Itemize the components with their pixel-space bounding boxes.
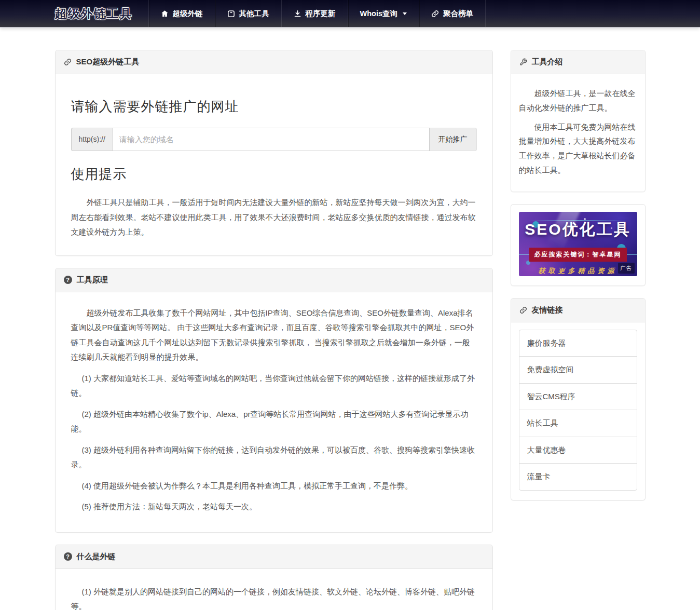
tool-intro-p1: 超级外链工具，是一款在线全自动化发外链的推广工具。 (519, 86, 637, 115)
list-item: 免费虚拟空间 (519, 356, 637, 384)
link-icon (431, 10, 439, 18)
nav-item-other-tools[interactable]: 其他工具 (215, 0, 281, 27)
panel-title: 工具原理 (77, 275, 108, 285)
question-icon: ? (64, 552, 72, 561)
banner-subtitle: 必应搜索关键词：智卓星网 (529, 248, 627, 262)
nav-item-label: 超级外链 (173, 9, 203, 19)
banner-tagline: 获取更多精品资源 (539, 265, 617, 276)
nav-item-label: 聚合榜单 (443, 9, 473, 19)
download-icon (294, 10, 301, 18)
top-navbar: 超级外链工具 超级外链 其他工具 (0, 0, 700, 28)
what-is-backlink-panel: ? 什么是外链 (1) 外链就是别人的网站链接到自己的网站的一个链接，例如友情链… (55, 545, 493, 610)
wrench-icon (519, 58, 527, 66)
friend-link-free-hosting[interactable]: 免费虚拟空间 (519, 357, 637, 383)
link-icon (519, 306, 527, 314)
start-promotion-button[interactable]: 开始推广 (430, 128, 477, 151)
nav-item-program-update[interactable]: 程序更新 (281, 0, 348, 27)
friend-links-panel: 友情链接 廉价服务器 免费虚拟空间 智云CMS程序 站长工具 大量优惠卷 流量卡 (511, 298, 646, 500)
nav-item-label: Whois查询 (360, 9, 398, 19)
friend-link-data-card[interactable]: 流量卡 (519, 464, 637, 490)
nav-item-label: 程序更新 (306, 9, 336, 19)
list-item: 智云CMS程序 (519, 383, 637, 411)
list-item: 廉价服务器 (519, 330, 637, 357)
tool-intro-p2: 使用本工具可免费为网站在线批量增加外链，大大提高外链发布工作效率，是广大草根站长… (519, 120, 637, 178)
tool-intro-panel-header: 工具介绍 (511, 50, 645, 74)
principle-item: (1) 大家都知道站长工具、爱站等查询域名的网站吧，当你查询过他就会留下你的网站… (71, 371, 477, 401)
friend-link-coupons[interactable]: 大量优惠卷 (519, 437, 637, 464)
usage-tips-text: 外链工具只是辅助工具，一般适用于短时间内无法建设大量外链的新站，新站应坚持每天做… (71, 195, 477, 240)
apps-icon (227, 10, 235, 18)
url-input-heading: 请输入需要外链推广的网址 (71, 94, 477, 119)
principle-item: (3) 超级外链利用各种查询网站留下你的链接，达到自动发外链的效果，可以被百度、… (71, 443, 477, 472)
tool-principle-panel: ? 工具原理 超级外链发布工具收集了数千个网站网址，其中包括IP查询、SEO综合… (55, 268, 493, 533)
usage-tips-heading: 使用提示 (71, 161, 477, 187)
what-is-backlink-panel-header: ? 什么是外链 (56, 545, 492, 569)
nav-menu: 超级外链 其他工具 程序更新 Whois查询 (148, 0, 486, 27)
seo-tool-panel-header: SEO超级外链工具 (56, 50, 492, 74)
link-icon (64, 58, 72, 66)
ad-label-badge: 广告 (618, 263, 635, 274)
question-icon: ? (64, 276, 72, 284)
banner-decor-line (519, 254, 529, 255)
caret-down-icon (403, 12, 407, 15)
principle-intro: 超级外链发布工具收集了数千个网站网址，其中包括IP查询、SEO综合信息查询、SE… (71, 306, 477, 365)
friend-link-zhiyun-cms[interactable]: 智云CMS程序 (519, 384, 637, 410)
url-input-group: http(s):// 开始推广 (71, 128, 477, 151)
what-is-item: (1) 外链就是别人的网站链接到自己的网站的一个链接，例如友情链接、软文外链、论… (71, 585, 477, 610)
principle-item: (5) 推荐使用方法：新站每天两次，老站每天一次。 (71, 499, 477, 514)
friend-link-webmaster-tools[interactable]: 站长工具 (519, 410, 637, 437)
list-item: 站长工具 (519, 410, 637, 437)
panel-title: 友情链接 (532, 305, 563, 315)
list-item: 流量卡 (519, 463, 637, 491)
home-icon (161, 10, 169, 18)
banner-title: SEO优化工具 (525, 214, 630, 244)
nav-item-rank-list[interactable]: 聚合榜单 (419, 0, 486, 27)
brand-logo[interactable]: 超级外链工具 (55, 0, 148, 27)
list-item: 大量优惠卷 (519, 437, 637, 464)
friend-links-list: 廉价服务器 免费虚拟空间 智云CMS程序 站长工具 大量优惠卷 流量卡 (519, 330, 637, 491)
nav-item-whois-dropdown[interactable]: Whois查询 (348, 0, 419, 27)
seo-tool-ad-banner[interactable]: SEO优化工具 必应搜索关键词：智卓星网 获取更多精品资源 广告 (519, 212, 637, 276)
banner-subtitle-row: 必应搜索关键词：智卓星网 (519, 248, 637, 262)
friend-link-cheap-server[interactable]: 廉价服务器 (519, 330, 637, 357)
friend-links-panel-header: 友情链接 (511, 299, 645, 322)
ad-banner-panel: SEO优化工具 必应搜索关键词：智卓星网 获取更多精品资源 广告 (511, 204, 646, 286)
panel-title: 什么是外链 (77, 552, 116, 562)
panel-title: SEO超级外链工具 (76, 57, 140, 67)
banner-decor-line (627, 254, 637, 255)
tool-intro-panel: 工具介绍 超级外链工具，是一款在线全自动化发外链的推广工具。 使用本工具可免费为… (511, 50, 646, 192)
nav-item-super-links[interactable]: 超级外链 (148, 0, 215, 27)
principle-item: (4) 使用超级外链会被认为作弊么？本工具是利用各种查询工具，模拟正常手工查询，… (71, 479, 477, 494)
tool-principle-panel-header: ? 工具原理 (56, 268, 492, 292)
domain-input[interactable] (113, 128, 430, 151)
panel-title: 工具介绍 (532, 57, 563, 67)
protocol-prefix: http(s):// (71, 128, 113, 151)
nav-item-label: 其他工具 (239, 9, 269, 19)
seo-tool-panel: SEO超级外链工具 请输入需要外链推广的网址 http(s):// 开始推广 使… (55, 50, 493, 256)
principle-item: (2) 超级外链由本站精心收集了数个ip、Alexa、pr查询等站长常用查询网站… (71, 407, 477, 437)
